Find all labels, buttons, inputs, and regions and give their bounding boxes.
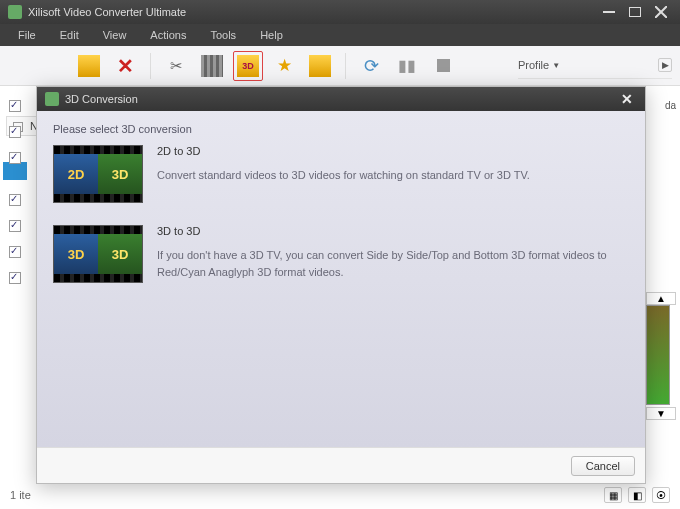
option-thumb-2d-to-3d: 2D 3D [53,145,143,203]
option-3d-to-3d[interactable]: 3D 3D 3D to 3D If you don't have a 3D TV… [53,225,629,283]
dialog-prompt: Please select 3D conversion [53,123,629,135]
option-2d-to-3d[interactable]: 2D 3D 2D to 3D Convert standard videos t… [53,145,629,203]
option-thumb-3d-to-3d: 3D 3D [53,225,143,283]
modal-backdrop: 3D Conversion ✕ Please select 3D convers… [0,0,680,509]
thumb-left-label: 3D [68,247,85,262]
dialog-footer: Cancel [37,447,645,483]
dialog-title: 3D Conversion [65,93,138,105]
three-d-conversion-dialog: 3D Conversion ✕ Please select 3D convers… [36,86,646,484]
option-description: Convert standard videos to 3D videos for… [157,167,629,184]
cancel-button[interactable]: Cancel [571,456,635,476]
thumb-right-label: 3D [112,167,129,182]
dialog-title-bar: 3D Conversion ✕ [37,87,645,111]
dialog-body: Please select 3D conversion 2D 3D 2D to … [37,111,645,447]
dialog-close-button[interactable]: ✕ [617,91,637,107]
dialog-logo-icon [45,92,59,106]
option-description: If you don't have a 3D TV, you can conve… [157,247,629,280]
option-title: 3D to 3D [157,225,629,237]
option-title: 2D to 3D [157,145,629,157]
thumb-left-label: 2D [68,167,85,182]
thumb-right-label: 3D [112,247,129,262]
